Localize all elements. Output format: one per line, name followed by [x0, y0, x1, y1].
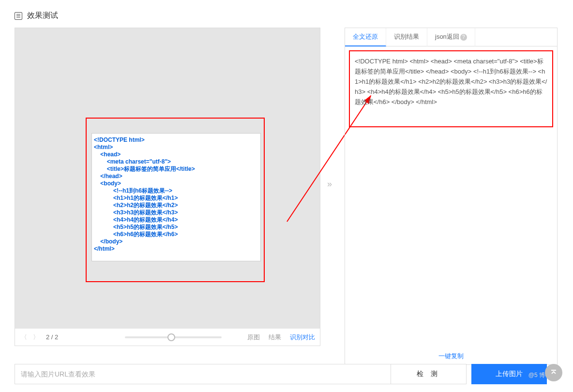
code-image: <!DOCTYPE html> <html> <head> <meta char…	[91, 133, 261, 261]
prev-page-button[interactable]: 〈	[20, 333, 28, 342]
right-panel: 全文还原 识别结果 json返回? <!DOCTYPE html> <html>…	[345, 28, 558, 365]
expand-chevron-icon[interactable]: »	[327, 179, 332, 189]
mode-compare[interactable]: 识别对比	[290, 333, 315, 342]
preview-frame: <!DOCTYPE html> <html> <head> <meta char…	[15, 28, 320, 346]
tab-json-return[interactable]: json返回?	[427, 28, 475, 46]
result-tabs: 全文还原 识别结果 json返回?	[345, 28, 558, 46]
result-text: <!DOCTYPE html> <html> <head> <meta char…	[355, 56, 547, 107]
page-header: 效果测试	[0, 0, 573, 28]
help-icon[interactable]: ?	[460, 34, 467, 41]
copy-button[interactable]: 一键复制	[438, 352, 464, 360]
main-row: <!DOCTYPE html> <html> <head> <meta char…	[0, 28, 573, 365]
zoom-slider-thumb[interactable]	[167, 333, 175, 341]
mode-original[interactable]: 原图	[247, 333, 260, 342]
preview-footer: 〈 〉 2 / 2 原图 结果 识别对比	[15, 328, 320, 346]
left-panel: <!DOCTYPE html> <html> <head> <meta char…	[15, 28, 320, 365]
upload-button[interactable]: 上传图片	[471, 364, 547, 384]
arrow-up-icon	[550, 369, 557, 376]
tab-recognize-result[interactable]: 识别结果	[386, 28, 427, 46]
page-indicator: 2 / 2	[46, 333, 58, 341]
tab-full-restore[interactable]: 全文还原	[345, 28, 386, 46]
result-body: <!DOCTYPE html> <html> <head> <meta char…	[345, 46, 558, 365]
url-bar: 检 测 上传图片	[15, 364, 547, 384]
highlight-box-result: <!DOCTYPE html> <html> <head> <meta char…	[349, 50, 553, 127]
tab-json-label: json返回	[435, 33, 459, 40]
mode-result[interactable]: 结果	[269, 333, 281, 342]
copy-row: 一键复制	[345, 352, 557, 361]
page-title: 效果测试	[27, 11, 58, 21]
next-page-button[interactable]: 〉	[32, 333, 40, 342]
header-icon	[15, 12, 22, 20]
tabs-filler	[475, 28, 557, 46]
detect-button[interactable]: 检 测	[391, 364, 467, 384]
zoom-slider[interactable]	[125, 336, 222, 338]
preview-mode-links: 原图 结果 识别对比	[247, 333, 315, 342]
scroll-to-top-button[interactable]	[545, 364, 562, 381]
highlight-box-source: <!DOCTYPE html> <html> <head> <meta char…	[86, 118, 265, 282]
url-input[interactable]	[15, 364, 391, 384]
